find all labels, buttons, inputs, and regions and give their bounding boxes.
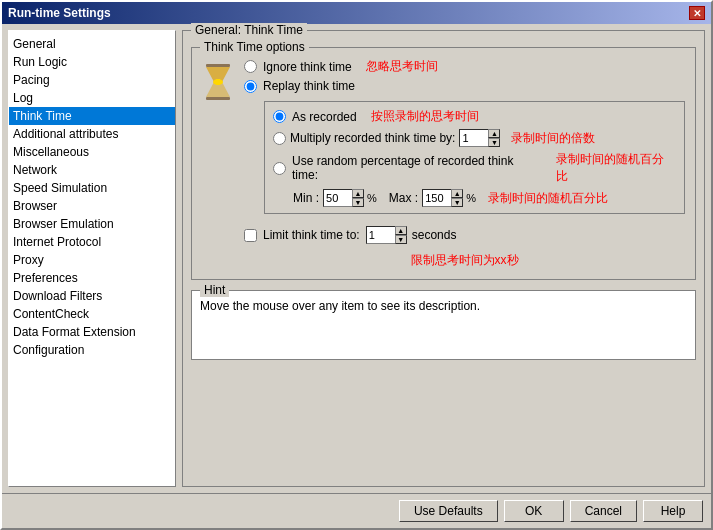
limit-row: Limit think time to: ▲ ▼ seconds: [244, 226, 685, 244]
ignore-radio[interactable]: [244, 60, 257, 73]
multiply-spin-down[interactable]: ▼: [488, 138, 500, 147]
sidebar-item-data-format-extension[interactable]: Data Format Extension: [9, 323, 175, 341]
random-label[interactable]: Use random percentage of recorded think …: [292, 154, 542, 182]
sidebar: GeneralRun LogicPacingLogThink TimeAddit…: [8, 30, 176, 487]
svg-rect-5: [206, 97, 230, 100]
min-spin-up[interactable]: ▲: [352, 189, 364, 198]
sidebar-item-preferences[interactable]: Preferences: [9, 269, 175, 287]
max-label: Max :: [389, 191, 418, 205]
multiply-spin-buttons: ▲ ▼: [488, 129, 500, 147]
sidebar-item-browser-emulation[interactable]: Browser Emulation: [9, 215, 175, 233]
sidebar-item-configuration[interactable]: Configuration: [9, 341, 175, 359]
as-recorded-radio[interactable]: [273, 110, 286, 123]
random-annotation: 录制时间的随机百分比: [556, 151, 676, 185]
max-spin-buttons: ▲ ▼: [451, 189, 463, 207]
sidebar-item-pacing[interactable]: Pacing: [9, 71, 175, 89]
limit-spinbox[interactable]: ▲ ▼: [366, 226, 406, 244]
sidebar-item-log[interactable]: Log: [9, 89, 175, 107]
multiply-spinbox[interactable]: ▲ ▼: [459, 129, 499, 147]
limit-input[interactable]: [369, 229, 395, 241]
seconds-label: seconds: [412, 228, 457, 242]
sidebar-item-content-check[interactable]: ContentCheck: [9, 305, 175, 323]
cancel-button[interactable]: Cancel: [570, 500, 637, 522]
hourglass-icon: [202, 62, 234, 102]
replay-row: Replay think time: [244, 79, 685, 93]
use-defaults-button[interactable]: Use Defaults: [399, 500, 498, 522]
random-radio[interactable]: [273, 162, 286, 175]
min-input[interactable]: [326, 192, 352, 204]
max-spinbox[interactable]: ▲ ▼: [422, 189, 462, 207]
main-panel: General: Think Time Think Time options: [182, 30, 705, 487]
multiply-annotation: 录制时间的倍数: [511, 130, 595, 147]
max-input[interactable]: [425, 192, 451, 204]
replay-label[interactable]: Replay think time: [263, 79, 355, 93]
title-bar: Run-time Settings ✕: [2, 2, 711, 24]
help-button[interactable]: Help: [643, 500, 703, 522]
min-max-row: Min : ▲ ▼ % Max :: [293, 189, 676, 207]
options-label: Think Time options: [200, 40, 309, 54]
multiply-input[interactable]: [462, 132, 488, 144]
limit-checkbox[interactable]: [244, 229, 257, 242]
hint-label: Hint: [200, 283, 229, 297]
sidebar-item-additional-attributes[interactable]: Additional attributes: [9, 125, 175, 143]
sidebar-item-run-logic[interactable]: Run Logic: [9, 53, 175, 71]
min-label: Min :: [293, 191, 319, 205]
options-box: Think Time options: [191, 47, 696, 280]
sidebar-item-speed-simulation[interactable]: Speed Simulation: [9, 179, 175, 197]
as-recorded-row: As recorded 按照录制的思考时间: [273, 108, 676, 125]
main-window: Run-time Settings ✕ GeneralRun LogicPaci…: [0, 0, 713, 530]
radio-group: Ignore think time 忽略思考时间 Replay think ti…: [244, 58, 685, 269]
ignore-row: Ignore think time 忽略思考时间: [244, 58, 685, 75]
sidebar-item-network[interactable]: Network: [9, 161, 175, 179]
sidebar-item-proxy[interactable]: Proxy: [9, 251, 175, 269]
multiply-spin-up[interactable]: ▲: [488, 129, 500, 138]
close-button[interactable]: ✕: [689, 6, 705, 20]
ok-button[interactable]: OK: [504, 500, 564, 522]
percent2: %: [466, 192, 476, 204]
section-title: General: Think Time: [191, 23, 307, 37]
window-title: Run-time Settings: [8, 6, 111, 20]
multiply-radio[interactable]: [273, 132, 286, 145]
hint-text: Move the mouse over any item to see its …: [200, 299, 687, 313]
hint-box: Hint Move the mouse over any item to see…: [191, 290, 696, 360]
think-time-section: General: Think Time Think Time options: [182, 30, 705, 487]
replay-radio[interactable]: [244, 80, 257, 93]
limit-spin-up[interactable]: ▲: [395, 226, 407, 235]
min-spin-down[interactable]: ▼: [352, 198, 364, 207]
sidebar-item-internet-protocol[interactable]: Internet Protocol: [9, 233, 175, 251]
limit-spin-down[interactable]: ▼: [395, 235, 407, 244]
as-recorded-annotation: 按照录制的思考时间: [371, 108, 479, 125]
limit-spin-buttons: ▲ ▼: [395, 226, 407, 244]
max-spin-up[interactable]: ▲: [451, 189, 463, 198]
multiply-row: Multiply recorded think time by: ▲ ▼: [273, 129, 676, 147]
min-spin-buttons: ▲ ▼: [352, 189, 364, 207]
svg-rect-0: [206, 64, 230, 67]
random-pct-annotation: 录制时间的随机百分比: [488, 190, 608, 207]
sidebar-item-browser[interactable]: Browser: [9, 197, 175, 215]
limit-annotation: 限制思考时间为xx秒: [244, 252, 685, 269]
sidebar-item-miscellaneous[interactable]: Miscellaneous: [9, 143, 175, 161]
content-area: Ignore think time 忽略思考时间 Replay think ti…: [202, 58, 685, 269]
min-spinbox[interactable]: ▲ ▼: [323, 189, 363, 207]
random-row: Use random percentage of recorded think …: [273, 151, 676, 185]
sidebar-item-general[interactable]: General: [9, 35, 175, 53]
limit-label[interactable]: Limit think time to:: [263, 228, 360, 242]
svg-rect-4: [216, 79, 220, 85]
percent1: %: [367, 192, 377, 204]
sub-options: As recorded 按照录制的思考时间 Multiply recorded …: [264, 101, 685, 214]
sidebar-item-download-filters[interactable]: Download Filters: [9, 287, 175, 305]
footer: Use Defaults OK Cancel Help: [2, 493, 711, 528]
max-spin-down[interactable]: ▼: [451, 198, 463, 207]
multiply-label[interactable]: Multiply recorded think time by:: [290, 131, 455, 145]
ignore-label[interactable]: Ignore think time: [263, 60, 352, 74]
ignore-annotation: 忽略思考时间: [366, 58, 438, 75]
as-recorded-label[interactable]: As recorded: [292, 110, 357, 124]
sidebar-item-think-time[interactable]: Think Time: [9, 107, 175, 125]
